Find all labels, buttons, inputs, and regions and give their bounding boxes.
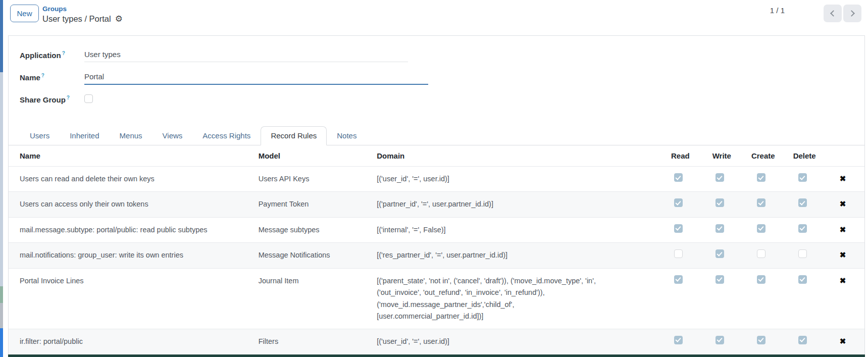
form-sheet: Application? Name? Share Group? UsersInh…	[8, 35, 865, 357]
rule-model-cell[interactable]: Payment Token	[259, 192, 377, 217]
delete-checkbox[interactable]	[798, 198, 807, 207]
delete-checkbox[interactable]	[798, 173, 807, 182]
help-icon[interactable]: ?	[62, 50, 65, 56]
bottom-divider-bar	[8, 354, 865, 357]
tab-menus[interactable]: Menus	[110, 126, 152, 145]
delete-row-icon[interactable]: ✖	[840, 174, 846, 183]
pager-counter: 1 / 1	[770, 6, 785, 15]
create-checkbox[interactable]	[757, 275, 765, 284]
breadcrumb-parent-link[interactable]: Groups	[42, 5, 67, 14]
rule-name-cell[interactable]: mail.notifications: group_user: write it…	[9, 243, 259, 268]
name-label: Name?	[20, 71, 84, 82]
delete-row-icon[interactable]: ✖	[840, 225, 846, 234]
delete-checkbox[interactable]	[798, 336, 807, 344]
rule-model-cell[interactable]: Message subtypes	[259, 217, 377, 242]
delete-row-icon[interactable]: ✖	[840, 250, 846, 259]
column-header-create[interactable]: Create	[742, 145, 784, 167]
share-group-label: Share Group?	[20, 93, 84, 104]
notebook-tabs: UsersInheritedMenusViewsAccess RightsRec…	[9, 126, 864, 145]
new-button[interactable]: New	[10, 5, 39, 22]
table-row: Portal Invoice Lines Journal Item [('par…	[9, 268, 864, 329]
chevron-right-icon	[848, 10, 855, 17]
table-row: ir.filter: portal/public Filters [('user…	[9, 329, 864, 354]
read-checkbox[interactable]	[674, 275, 683, 284]
help-icon[interactable]: ?	[67, 95, 70, 100]
table-header-row: Name Model Domain Read Write Create Dele…	[9, 145, 864, 167]
column-header-domain[interactable]: Domain	[377, 145, 659, 167]
create-checkbox[interactable]	[757, 336, 765, 344]
tab-users[interactable]: Users	[20, 126, 60, 145]
write-checkbox[interactable]	[716, 173, 724, 182]
read-checkbox[interactable]	[674, 173, 683, 182]
rule-model-cell[interactable]: Filters	[259, 329, 377, 354]
delete-checkbox[interactable]	[798, 249, 807, 258]
write-checkbox[interactable]	[716, 336, 724, 344]
delete-row-icon[interactable]: ✖	[840, 276, 846, 285]
pager-previous-button[interactable]	[824, 5, 842, 22]
column-header-name[interactable]: Name	[9, 145, 259, 167]
column-header-model[interactable]: Model	[259, 145, 377, 167]
rule-name-cell[interactable]: Users can read and delete their own keys	[9, 167, 259, 192]
application-field[interactable]	[84, 49, 408, 62]
chevron-left-icon	[830, 10, 837, 17]
create-checkbox[interactable]	[757, 249, 765, 258]
rule-model-cell[interactable]: Message Notifications	[259, 243, 377, 268]
table-row: Users can access only their own tokens P…	[9, 192, 864, 217]
rule-name-cell[interactable]: mail.message.subtype: portal/public: rea…	[9, 217, 259, 242]
delete-checkbox[interactable]	[798, 275, 807, 284]
field-row-application: Application?	[20, 49, 864, 71]
application-label: Application?	[20, 49, 84, 60]
read-checkbox[interactable]	[674, 198, 683, 207]
read-checkbox[interactable]	[674, 224, 683, 233]
read-checkbox[interactable]	[674, 249, 683, 258]
rule-name-cell[interactable]: ir.filter: portal/public	[9, 329, 259, 354]
tab-views[interactable]: Views	[152, 126, 193, 145]
rule-model-cell[interactable]: Journal Item	[259, 268, 377, 329]
rule-domain-cell[interactable]: [('partner_id', '=', user.partner_id.id)…	[377, 192, 659, 217]
tab-inherited[interactable]: Inherited	[60, 126, 109, 145]
rule-name-cell[interactable]: Portal Invoice Lines	[9, 268, 259, 329]
create-checkbox[interactable]	[757, 173, 765, 182]
write-checkbox[interactable]	[716, 275, 724, 284]
name-field[interactable]	[84, 71, 428, 85]
write-checkbox[interactable]	[716, 249, 724, 258]
column-header-write[interactable]: Write	[701, 145, 742, 167]
share-group-checkbox[interactable]	[84, 94, 93, 103]
rule-domain-cell[interactable]: [('user_id', '=', user.id)]	[377, 167, 659, 192]
rule-model-cell[interactable]: Users API Keys	[259, 167, 377, 192]
page-title: User types / Portal	[42, 14, 111, 24]
write-checkbox[interactable]	[716, 198, 724, 207]
breadcrumb: Groups User types / Portal ⚙	[42, 4, 123, 24]
table-row: Users can read and delete their own keys…	[9, 167, 864, 192]
create-checkbox[interactable]	[757, 198, 765, 207]
read-checkbox[interactable]	[674, 336, 683, 344]
rule-name-cell[interactable]: Users can access only their own tokens	[9, 192, 259, 217]
delete-checkbox[interactable]	[798, 224, 807, 233]
create-checkbox[interactable]	[757, 224, 765, 233]
column-header-delete[interactable]: Delete	[784, 145, 825, 167]
window-edge-strip	[0, 0, 3, 357]
tab-access-rights[interactable]: Access Rights	[192, 126, 261, 145]
column-header-read[interactable]: Read	[659, 145, 701, 167]
delete-row-icon[interactable]: ✖	[840, 199, 846, 208]
tab-record-rules[interactable]: Record Rules	[261, 126, 327, 145]
rule-domain-cell[interactable]: [('user_id', '=', user.id)]	[377, 329, 659, 354]
tab-notes[interactable]: Notes	[327, 126, 367, 145]
pager-next-button[interactable]	[843, 5, 861, 22]
field-row-share-group: Share Group?	[20, 93, 864, 116]
table-row: mail.notifications: group_user: write it…	[9, 243, 864, 268]
table-row: mail.message.subtype: portal/public: rea…	[9, 217, 864, 242]
rule-domain-cell[interactable]: [('parent_state', 'not in', ('cancel', '…	[377, 268, 659, 329]
write-checkbox[interactable]	[716, 224, 724, 233]
gear-icon[interactable]: ⚙	[115, 15, 123, 23]
record-rules-table: Name Model Domain Read Write Create Dele…	[9, 145, 864, 354]
control-panel: New Groups User types / Portal ⚙ 1 / 1	[3, 0, 868, 35]
rule-domain-cell[interactable]: [('internal', '=', False)]	[377, 217, 659, 242]
field-row-name: Name?	[20, 71, 864, 93]
help-icon[interactable]: ?	[41, 73, 44, 78]
rule-domain-cell[interactable]: [('res_partner_id', '=', user.partner_id…	[377, 243, 659, 268]
delete-row-icon[interactable]: ✖	[840, 337, 846, 345]
